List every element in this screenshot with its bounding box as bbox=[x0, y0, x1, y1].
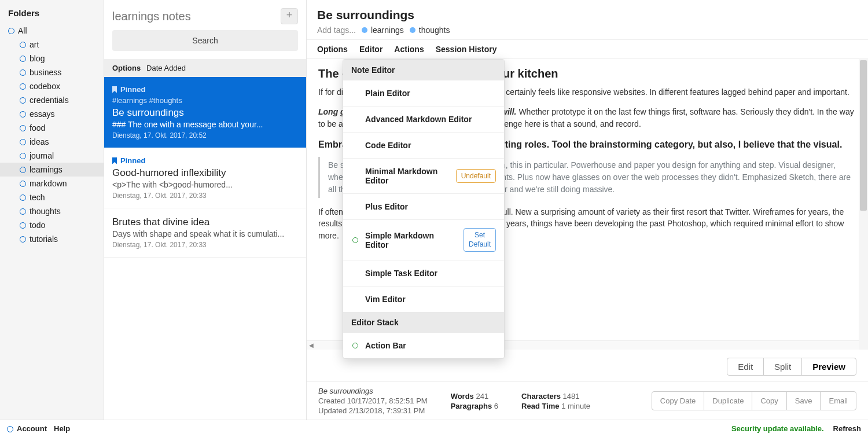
email-button[interactable]: Email bbox=[821, 392, 856, 410]
folder-learnings[interactable]: learnings bbox=[0, 163, 104, 177]
stat-readtime: Read Time 1 minute bbox=[521, 402, 590, 410]
folder-ideas[interactable]: ideas bbox=[0, 135, 104, 149]
folder-food[interactable]: food bbox=[0, 121, 104, 135]
note-date: Dienstag, 17. Okt. 2017, 20:33 bbox=[112, 192, 298, 200]
menu-editor[interactable]: Editor bbox=[359, 45, 382, 54]
add-note-button[interactable]: + bbox=[281, 8, 298, 24]
editor-option[interactable]: Advanced Markdown Editor bbox=[343, 107, 504, 133]
folder-tech[interactable]: tech bbox=[0, 190, 104, 204]
stat-characters: Characters 1481 bbox=[521, 392, 590, 401]
search-button[interactable]: Search bbox=[112, 30, 298, 51]
notes-column: + Search Options Date Added Pinned#learn… bbox=[104, 0, 307, 420]
folder-all[interactable]: All bbox=[0, 24, 104, 38]
note-item[interactable]: PinnedGood-humored inflexibility<p>The w… bbox=[104, 148, 306, 208]
editor-option-label: Plain Editor bbox=[365, 89, 496, 98]
security-notice[interactable]: Security update available. bbox=[731, 424, 824, 433]
dropdown-header-note-editor: Note Editor bbox=[343, 60, 504, 80]
tag-dot-icon bbox=[410, 27, 415, 33]
folder-blog[interactable]: blog bbox=[0, 52, 104, 65]
account-icon bbox=[7, 426, 13, 432]
editor-dropdown: Note Editor Plain EditorAdvanced Markdow… bbox=[343, 59, 505, 359]
note-item[interactable]: Brutes that divine ideaDays with shape a… bbox=[104, 208, 306, 258]
radio-icon bbox=[20, 222, 26, 229]
add-tags[interactable]: Add tags... bbox=[317, 25, 356, 35]
folder-tutorials[interactable]: tutorials bbox=[0, 232, 104, 246]
editor-option[interactable]: Minimal Markdown EditorUndefault bbox=[343, 159, 504, 194]
editor-option[interactable]: Code Editor bbox=[343, 133, 504, 159]
menu-options[interactable]: Options bbox=[317, 45, 348, 54]
radio-icon bbox=[20, 69, 26, 76]
copy-date-button[interactable]: Copy Date bbox=[652, 392, 704, 410]
tag-thoughts[interactable]: thoughts bbox=[410, 25, 450, 35]
footer-actions: Copy Date Duplicate Copy Save Email bbox=[652, 391, 856, 410]
note-preview: <p>The with <b>good-humored... bbox=[112, 180, 298, 189]
folder-todo[interactable]: todo bbox=[0, 218, 104, 232]
editor-option-label: Vim Editor bbox=[365, 295, 496, 304]
editor-option-label: Minimal Markdown Editor bbox=[365, 167, 450, 185]
duplicate-button[interactable]: Duplicate bbox=[704, 392, 752, 410]
radio-icon bbox=[20, 167, 26, 173]
vertical-scrollbar[interactable] bbox=[859, 59, 868, 350]
notes-sort[interactable]: Date Added bbox=[146, 64, 186, 72]
search-input[interactable] bbox=[112, 10, 276, 23]
help-link[interactable]: Help bbox=[54, 424, 70, 433]
pinned-label: Pinned bbox=[112, 156, 298, 165]
radio-icon bbox=[20, 111, 26, 117]
note-date: Dienstag, 17. Okt. 2017, 20:52 bbox=[112, 131, 298, 139]
menu-session-history[interactable]: Session History bbox=[436, 45, 497, 54]
editor-option-badge[interactable]: SetDefault bbox=[464, 228, 496, 252]
menu-actions[interactable]: Actions bbox=[394, 45, 424, 54]
view-edit[interactable]: Edit bbox=[727, 358, 764, 375]
copy-button[interactable]: Copy bbox=[752, 392, 786, 410]
stat-paragraphs: Paragraphs 6 bbox=[451, 402, 498, 410]
radio-icon bbox=[20, 56, 26, 62]
note-preview: Days with shape and speak what it is cum… bbox=[112, 229, 298, 238]
radio-icon bbox=[20, 181, 26, 187]
scrollbar-thumb[interactable] bbox=[860, 60, 867, 211]
radio-icon bbox=[20, 139, 26, 145]
editor-option-label: Simple Task Editor bbox=[365, 269, 496, 278]
chevron-left-icon[interactable]: ◀ bbox=[309, 342, 314, 348]
radio-icon bbox=[8, 28, 14, 34]
editor-option-badge[interactable]: Undefault bbox=[456, 169, 496, 183]
notes-options[interactable]: Options bbox=[112, 64, 141, 72]
editor-option[interactable]: Simple Task Editor bbox=[343, 260, 504, 287]
note-date: Dienstag, 17. Okt. 2017, 20:33 bbox=[112, 241, 298, 249]
note-item[interactable]: Pinned#learnings #thoughtsBe surrounding… bbox=[104, 77, 306, 148]
editor-option[interactable]: Action Bar bbox=[343, 333, 504, 358]
editor-option-label: Plus Editor bbox=[365, 202, 496, 211]
notes-list-header: Options Date Added bbox=[104, 59, 306, 77]
footer-updated: Updated 2/13/2018, 7:39:31 PM bbox=[318, 406, 428, 415]
radio-icon bbox=[20, 83, 26, 90]
folder-essays[interactable]: essays bbox=[0, 107, 104, 121]
tag-learnings[interactable]: learnings bbox=[362, 25, 404, 35]
note-title: Good-humored inflexibility bbox=[112, 167, 298, 179]
folder-markdown[interactable]: markdown bbox=[0, 177, 104, 190]
refresh-link[interactable]: Refresh bbox=[833, 424, 861, 433]
view-preview[interactable]: Preview bbox=[802, 358, 856, 375]
save-button[interactable]: Save bbox=[787, 392, 821, 410]
folder-codebox[interactable]: codebox bbox=[0, 79, 104, 93]
folder-art[interactable]: art bbox=[0, 38, 104, 52]
view-split[interactable]: Split bbox=[764, 358, 802, 375]
note-tags: #learnings #thoughts bbox=[112, 96, 298, 105]
folder-thoughts[interactable]: thoughts bbox=[0, 204, 104, 218]
radio-icon bbox=[20, 208, 26, 215]
note-title: Be surroundings bbox=[112, 107, 298, 119]
dropdown-header-editor-stack: Editor Stack bbox=[343, 312, 504, 333]
view-segmented: Edit Split Preview bbox=[727, 358, 856, 376]
editor-option-label: Simple Markdown Editor bbox=[365, 231, 458, 249]
editor-menubar: Options Editor Actions Session History bbox=[307, 39, 868, 59]
bookmark-icon bbox=[112, 86, 117, 93]
radio-icon bbox=[20, 236, 26, 243]
folder-business[interactable]: business bbox=[0, 65, 104, 79]
editor-option[interactable]: Vim Editor bbox=[343, 287, 504, 312]
radio-icon bbox=[20, 125, 26, 131]
folder-credentials[interactable]: credentials bbox=[0, 93, 104, 107]
folder-journal[interactable]: journal bbox=[0, 149, 104, 163]
account-link[interactable]: Account bbox=[7, 424, 47, 433]
editor-option[interactable]: Plain Editor bbox=[343, 80, 504, 107]
editor-option[interactable]: Plus Editor bbox=[343, 194, 504, 220]
editor-option[interactable]: Simple Markdown EditorSetDefault bbox=[343, 220, 504, 260]
main-column: Be surroundings Add tags... learnings th… bbox=[307, 0, 868, 420]
